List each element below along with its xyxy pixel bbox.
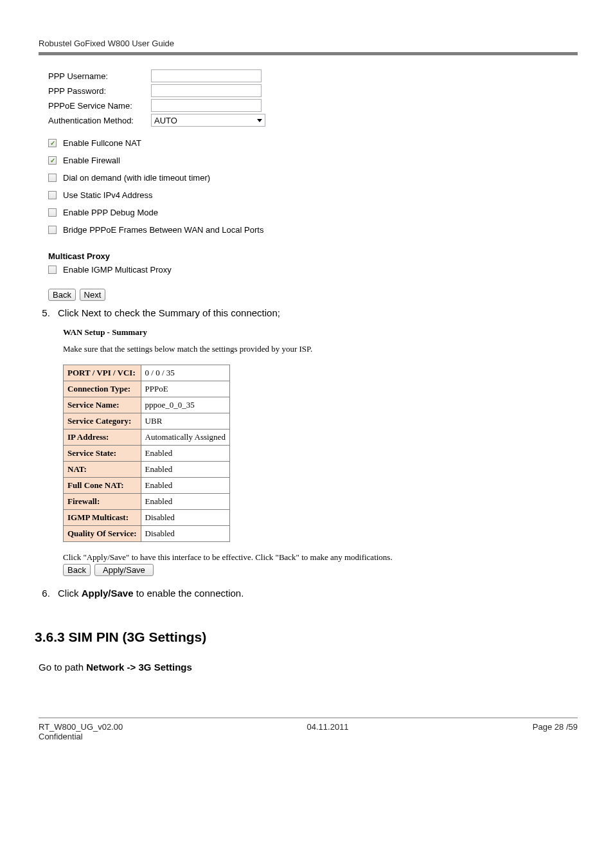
checkbox-row: ✓ Enable Firewall [48, 156, 571, 165]
footer-right: Page 28 /59 [533, 722, 578, 732]
igmp-multicast-checkbox[interactable] [48, 266, 57, 274]
summary-val: pppoe_0_0_35 [141, 397, 229, 413]
step-6: Click Apply/Save to enable the connectio… [53, 588, 578, 599]
enable-firewall-checkbox[interactable]: ✓ [48, 156, 57, 165]
table-row: NAT:Enabled [64, 462, 230, 478]
table-row: Firewall:Enabled [64, 494, 230, 510]
checkbox-label: Enable Fullcone NAT [63, 138, 141, 148]
header-rule [39, 52, 578, 55]
table-row: Connection Type:PPPoE [64, 381, 230, 397]
checkbox-row: Dial on demand (with idle timeout timer) [48, 173, 571, 183]
ppp-username-label: PPP Username: [48, 71, 151, 81]
ppp-username-input[interactable] [151, 69, 262, 82]
summary-val: Automatically Assigned [141, 429, 229, 446]
options-checklist: ✓ Enable Fullcone NAT ✓ Enable Firewall … [48, 138, 571, 235]
summary-val: Enabled [141, 446, 229, 462]
checkbox-label: Enable Firewall [63, 156, 120, 165]
footer-rule [39, 718, 578, 718]
checkbox-row: Use Static IPv4 Address [48, 190, 571, 200]
summary-val: PPPoE [141, 381, 229, 397]
footer-left: RT_W800_UG_v02.00 [39, 722, 123, 732]
table-row: IGMP Multicast:Disabled [64, 510, 230, 526]
pppoe-service-label: PPPoE Service Name: [48, 101, 151, 111]
summary-key: Service State: [64, 446, 141, 462]
apply-save-button[interactable]: Apply/Save [94, 564, 154, 576]
checkbox-row: Bridge PPPoE Frames Between WAN and Loca… [48, 225, 571, 235]
table-row: Service Category:UBR [64, 413, 230, 429]
step-6-post: to enable the connection. [134, 588, 244, 599]
summary-key: Firewall: [64, 494, 141, 510]
step-6-pre: Click [58, 588, 82, 599]
goto-bold: Network -> 3G Settings [86, 662, 192, 673]
checkbox-label: Dial on demand (with idle timeout timer) [63, 173, 210, 183]
wan-summary-table: PORT / VPI / VCI:0 / 0 / 35 Connection T… [63, 365, 230, 542]
ppp-password-label: PPP Password: [48, 86, 151, 96]
summary-key: Full Cone NAT: [64, 478, 141, 494]
table-row: Service State:Enabled [64, 446, 230, 462]
bridge-pppoe-checkbox[interactable] [48, 226, 57, 234]
summary-val: Enabled [141, 462, 229, 478]
chevron-down-icon [257, 119, 262, 122]
pppoe-service-input[interactable] [151, 99, 262, 112]
goto-pre: Go to path [39, 662, 86, 673]
summary-val: Enabled [141, 494, 229, 510]
checkbox-row: Enable PPP Debug Mode [48, 208, 571, 217]
table-row: Full Cone NAT:Enabled [64, 478, 230, 494]
ppp-settings-panel: PPP Username: PPP Password: PPPoE Servic… [48, 69, 571, 301]
summary-key: Connection Type: [64, 381, 141, 397]
goto-path: Go to path Network -> 3G Settings [39, 662, 578, 673]
step-6-bold: Apply/Save [82, 588, 134, 599]
wan-summary-note: Make sure that the settings below match … [63, 344, 578, 354]
checkbox-row: Enable IGMP Multicast Proxy [48, 265, 571, 275]
static-ipv4-checkbox[interactable] [48, 191, 57, 199]
next-button[interactable]: Next [80, 289, 106, 301]
back-button[interactable]: Back [63, 564, 91, 576]
table-row: IP Address:Automatically Assigned [64, 429, 230, 446]
table-row: PORT / VPI / VCI:0 / 0 / 35 [64, 365, 230, 381]
wan-post-note: Click "Apply/Save" to have this interfac… [63, 552, 578, 563]
page-footer: RT_W800_UG_v02.00 04.11.2011 Page 28 /59… [39, 718, 578, 741]
summary-key: IP Address: [64, 429, 141, 446]
auth-method-value: AUTO [154, 116, 177, 125]
checkbox-label: Bridge PPPoE Frames Between WAN and Loca… [63, 225, 263, 235]
summary-key: NAT: [64, 462, 141, 478]
checkbox-row: ✓ Enable Fullcone NAT [48, 138, 571, 148]
table-row: Service Name:pppoe_0_0_35 [64, 397, 230, 413]
multicast-heading: Multicast Proxy [48, 251, 571, 261]
summary-val: 0 / 0 / 35 [141, 365, 229, 381]
checkbox-label: Enable IGMP Multicast Proxy [63, 265, 172, 275]
ppp-debug-checkbox[interactable] [48, 208, 57, 217]
summary-key: IGMP Multicast: [64, 510, 141, 526]
wan-summary-heading: WAN Setup - Summary [63, 327, 578, 338]
section-heading: 3.6.3 SIM PIN (3G Settings) [35, 629, 578, 645]
checkbox-label: Use Static IPv4 Address [63, 190, 152, 200]
summary-key: Service Name: [64, 397, 141, 413]
step-5: Click Next to check the Summary of this … [53, 307, 578, 318]
summary-key: Quality Of Service: [64, 526, 141, 542]
table-row: Quality Of Service:Disabled [64, 526, 230, 542]
doc-header: Robustel GoFixed W800 User Guide [39, 39, 578, 51]
dial-on-demand-checkbox[interactable] [48, 174, 57, 182]
footer-mid: 04.11.2011 [307, 722, 349, 732]
summary-key: Service Category: [64, 413, 141, 429]
back-button[interactable]: Back [48, 289, 76, 301]
summary-val: Enabled [141, 478, 229, 494]
summary-val: Disabled [141, 526, 229, 542]
ppp-password-input[interactable] [151, 84, 262, 97]
footer-confidential: Confidential [39, 732, 578, 741]
checkbox-label: Enable PPP Debug Mode [63, 208, 158, 217]
summary-key: PORT / VPI / VCI: [64, 365, 141, 381]
auth-method-select[interactable]: AUTO [151, 114, 265, 127]
enable-fullcone-nat-checkbox[interactable]: ✓ [48, 139, 57, 147]
summary-val: UBR [141, 413, 229, 429]
auth-method-label: Authentication Method: [48, 116, 151, 125]
summary-val: Disabled [141, 510, 229, 526]
